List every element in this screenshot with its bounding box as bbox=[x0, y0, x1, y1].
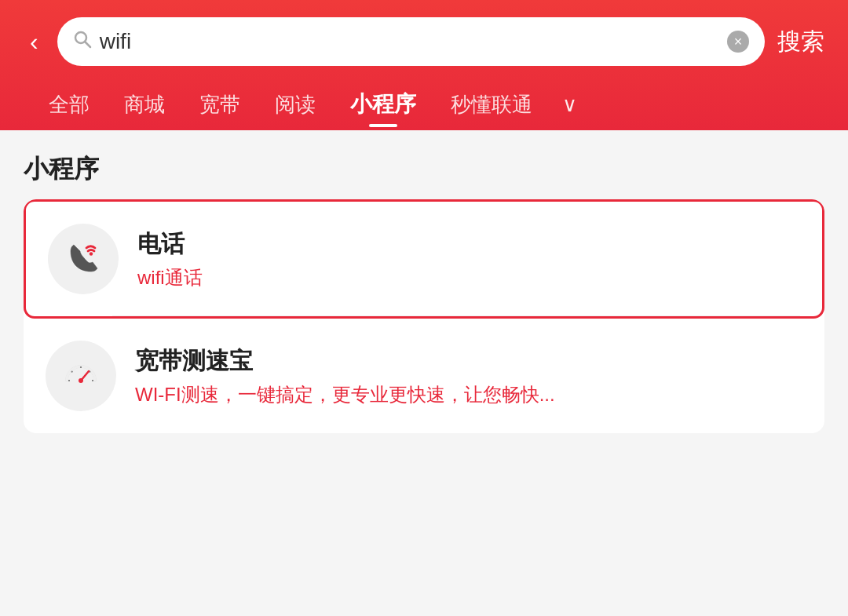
svg-point-2 bbox=[90, 252, 93, 255]
phone-app-title: 电话 bbox=[137, 228, 800, 261]
phone-app-subtitle: wifi通话 bbox=[137, 265, 800, 290]
phone-app-info: 电话 wifi通话 bbox=[137, 228, 800, 290]
svg-line-1 bbox=[85, 42, 90, 48]
header: ‹ wifi 搜索 全部 商城 宽带 阅读 小程序 秒懂联通 ∨ bbox=[0, 0, 848, 130]
svg-point-9 bbox=[79, 378, 83, 383]
search-input[interactable]: wifi bbox=[100, 29, 719, 54]
speedtest-app-title: 宽带测速宝 bbox=[135, 345, 802, 377]
clear-button[interactable] bbox=[727, 31, 749, 53]
tab-miniapp[interactable]: 小程序 bbox=[333, 82, 433, 130]
tabs-bar: 全部 商城 宽带 阅读 小程序 秒懂联通 ∨ bbox=[24, 82, 824, 130]
speedtest-app-subtitle: WI-FI测速，一键搞定，更专业更快速，让您畅快... bbox=[135, 382, 802, 407]
speedtest-app-info: 宽带测速宝 WI-FI测速，一键搞定，更专业更快速，让您畅快... bbox=[135, 345, 802, 407]
list-item-phone[interactable]: 电话 wifi通话 bbox=[24, 199, 824, 319]
list-item-speedtest[interactable]: 宽带测速宝 WI-FI测速，一键搞定，更专业更快速，让您畅快... bbox=[24, 319, 824, 433]
search-row: ‹ wifi 搜索 bbox=[24, 17, 824, 66]
phone-app-icon bbox=[48, 224, 119, 294]
back-button[interactable]: ‹ bbox=[24, 26, 45, 57]
tab-all[interactable]: 全部 bbox=[31, 83, 107, 129]
search-bar: wifi bbox=[57, 17, 765, 66]
tab-more-button[interactable]: ∨ bbox=[550, 85, 590, 128]
search-icon bbox=[73, 30, 92, 53]
tab-broadband[interactable]: 宽带 bbox=[182, 83, 258, 129]
svg-line-4 bbox=[71, 371, 72, 372]
speedtest-app-icon bbox=[46, 341, 116, 411]
main-content: 小程序 电话 wifi通话 bbox=[0, 130, 848, 455]
tab-mall[interactable]: 商城 bbox=[107, 83, 182, 129]
search-submit-button[interactable]: 搜索 bbox=[777, 26, 824, 58]
section-title: 小程序 bbox=[24, 152, 824, 187]
app-container: ‹ wifi 搜索 全部 商城 宽带 阅读 小程序 秒懂联通 ∨ bbox=[0, 0, 848, 455]
tab-reading[interactable]: 阅读 bbox=[258, 83, 333, 129]
tab-understand[interactable]: 秒懂联通 bbox=[433, 83, 550, 129]
results-card: 电话 wifi通话 bbox=[24, 199, 824, 433]
